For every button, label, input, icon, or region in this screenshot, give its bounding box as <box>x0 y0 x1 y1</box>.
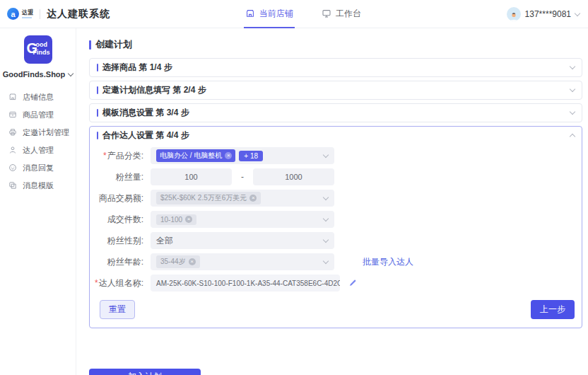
sidebar: G ood Finds GoodFinds.Shop 店铺信息 商品管理 <box>0 28 76 375</box>
gender-value: 全部 <box>156 235 173 247</box>
close-icon[interactable]: × <box>225 152 232 159</box>
title-accent-bar <box>89 40 91 50</box>
close-icon[interactable]: × <box>249 195 257 202</box>
panel-title: 模板消息设置 第 3/4 步 <box>102 107 189 119</box>
shop-logo: G ood Finds <box>24 35 52 64</box>
sidebar-item-label: 消息回复 <box>23 163 54 173</box>
top-header: a 达盟 达人建联系统 当前店铺 工作台 <box>0 0 588 28</box>
chevron-up-icon <box>570 134 575 139</box>
shop-icon <box>8 93 17 103</box>
page-title-text: 创建计划 <box>95 38 132 51</box>
sidebar-item-influencer-mgmt[interactable]: 达人管理 <box>0 142 76 159</box>
prev-step-button[interactable]: 上一步 <box>531 300 575 319</box>
chevron-down-icon <box>323 258 329 263</box>
workbench-icon <box>322 8 331 18</box>
panel-step2-header[interactable]: 定邀计划信息填写 第 2/4 步 <box>90 81 582 99</box>
chevron-down-icon <box>575 10 580 16</box>
brand-logo-icon: a <box>7 8 19 20</box>
field-label: *达人组名称: <box>90 277 143 289</box>
panel-step1-header[interactable]: 选择商品 第 1/4 步 <box>90 59 582 76</box>
brand: a 达盟 达人建联系统 <box>0 8 110 21</box>
brand-mini-text: 达盟 <box>22 10 33 18</box>
fans-age-tag: 35-44岁 × <box>156 255 200 268</box>
form-row-deal-count: 成交件数: 10-100 × <box>90 211 582 228</box>
tab-current-shop[interactable]: 当前店铺 <box>244 0 295 28</box>
range-separator: - <box>232 172 253 182</box>
gmv-select[interactable]: $25K-$60K 2.5万至6万美元 × <box>151 190 334 207</box>
batch-import-link[interactable]: 批量导入达人 <box>363 256 413 268</box>
template-icon <box>8 181 17 191</box>
deal-count-tag-label: 10-100 <box>160 216 182 224</box>
sidebar-item-shop-info[interactable]: 店铺信息 <box>0 88 76 106</box>
panel-title: 合作达人设置 第 4/4 步 <box>102 129 189 142</box>
edit-pencil-icon[interactable] <box>348 279 357 287</box>
panel-step3-header[interactable]: 模板消息设置 第 3/4 步 <box>90 104 582 122</box>
plan-icon <box>8 128 17 138</box>
deal-count-select[interactable]: 10-100 × <box>151 211 334 228</box>
message-reply-icon <box>8 163 17 173</box>
page-title: 创建计划 <box>89 38 582 51</box>
product-category-select[interactable]: 电脑办公 / 电脑整机 × + 18 <box>151 147 334 164</box>
panel-step4-header[interactable]: 合作达人设置 第 4/4 步 <box>90 127 582 144</box>
chevron-down-icon <box>323 236 329 242</box>
reset-button[interactable]: 重置 <box>100 300 135 319</box>
header-tabs: 当前店铺 工作台 <box>244 0 363 28</box>
more-categories-tag[interactable]: + 18 <box>239 151 263 161</box>
panel-accent-bar <box>97 64 98 71</box>
tab-label: 工作台 <box>336 8 361 20</box>
panel-title: 选择商品 第 1/4 步 <box>102 62 172 74</box>
required-mark: * <box>103 151 107 161</box>
sidebar-item-message-reply[interactable]: 消息回复 <box>0 159 76 177</box>
sidebar-item-label: 消息模版 <box>23 180 54 191</box>
form-row-group-name: *达人组名称: AM-25K-60K-S10-100-F100-1K-A35-4… <box>90 275 582 292</box>
sidebar-item-product-mgmt[interactable]: 商品管理 <box>0 106 76 124</box>
panel-title: 定邀计划信息填写 第 2/4 步 <box>102 84 206 96</box>
chevron-down-icon <box>570 86 575 92</box>
chevron-down-icon <box>570 109 575 115</box>
sidebar-item-label: 达人管理 <box>23 145 54 156</box>
panel-accent-bar <box>97 109 98 117</box>
person-icon <box>8 146 17 156</box>
divider <box>40 9 40 19</box>
step-panels: 选择商品 第 1/4 步 定邀计划信息填写 第 2/4 步 模板消息设置 第 3… <box>89 58 582 328</box>
panel-actions: 重置 上一步 <box>90 296 582 321</box>
close-icon[interactable]: × <box>185 216 192 223</box>
field-label: *产品分类: <box>90 150 143 162</box>
fans-gender-select[interactable]: 全部 <box>151 232 334 249</box>
user-phone: 137****9081 <box>525 9 571 19</box>
chevron-down-icon <box>323 194 329 200</box>
shop-switcher[interactable]: GoodFinds.Shop <box>0 70 76 79</box>
join-plan-button[interactable]: 加入计划 <box>89 369 201 375</box>
form-row-fans-gender: 粉丝性别: 全部 <box>90 232 582 249</box>
tab-workbench[interactable]: 工作台 <box>320 0 363 28</box>
sidebar-item-label: 商品管理 <box>23 110 54 120</box>
chevron-down-icon <box>68 70 74 76</box>
form-row-fans-count: 粉丝量: 100 - 1000 <box>90 168 582 185</box>
panel-accent-bar <box>97 86 98 94</box>
gmv-tag-label: $25K-$60K 2.5万至6万美元 <box>160 193 247 203</box>
sidebar-item-message-template[interactable]: 消息模版 <box>0 177 76 195</box>
sidebar-item-label: 店铺信息 <box>23 92 54 103</box>
field-label: 粉丝量: <box>90 171 143 183</box>
fans-max-input[interactable]: 1000 <box>253 168 334 185</box>
fans-age-select[interactable]: 35-44岁 × <box>151 253 334 270</box>
fans-min-input[interactable]: 100 <box>151 168 232 185</box>
gmv-tag: $25K-$60K 2.5万至6万美元 × <box>156 192 261 204</box>
sidebar-item-invite-plan-mgmt[interactable]: 定邀计划管理 <box>0 124 76 142</box>
field-label: 商品交易额: <box>90 192 143 204</box>
category-tag-label: 电脑办公 / 电脑整机 <box>160 151 222 161</box>
form-row-product-category: *产品分类: 电脑办公 / 电脑整机 × + 18 <box>90 147 582 164</box>
panel-step4: 合作达人设置 第 4/4 步 *产品分类: 电脑办公 / 电脑整机 × + 18 <box>89 126 582 328</box>
panel-accent-bar <box>97 132 98 139</box>
main-content: 创建计划 选择商品 第 1/4 步 定邀计划信息填写 第 2/4 步 模板消息设… <box>76 28 588 375</box>
chevron-down-icon <box>570 64 575 69</box>
field-label: 成交件数: <box>90 214 143 226</box>
tab-label: 当前店铺 <box>259 8 293 20</box>
sidebar-menu: 店铺信息 商品管理 定邀计划管理 达人管理 <box>0 88 76 195</box>
close-icon[interactable]: × <box>189 258 196 265</box>
group-name-input[interactable]: AM-25K-60K-S10-100-F100-1K-A35-44-CAT358… <box>151 275 340 292</box>
shop-logo-line2: Finds <box>33 49 50 56</box>
user-menu[interactable]: 137****9081 <box>507 0 580 28</box>
avatar <box>507 7 521 21</box>
field-label: 粉丝性别: <box>90 235 143 247</box>
